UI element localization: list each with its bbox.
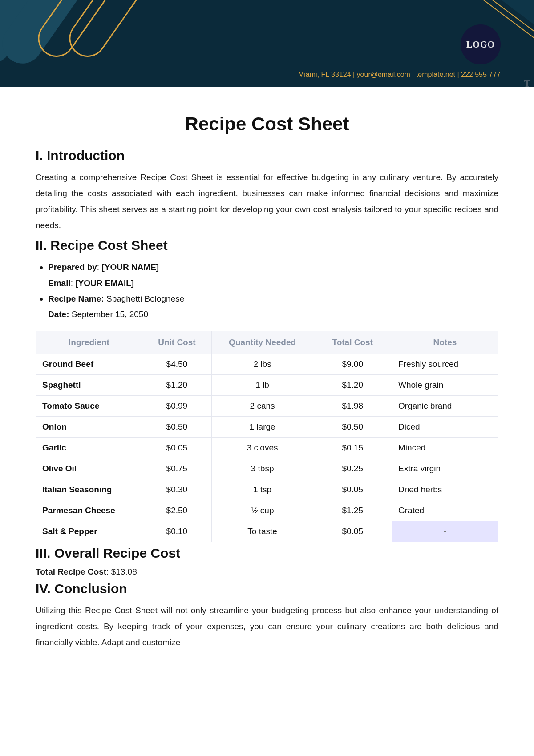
section-heading-conclusion: IV. Conclusion xyxy=(36,581,498,596)
table-row: Tomato Sauce$0.992 cans$1.98Organic bran… xyxy=(36,395,498,416)
th-ingredient: Ingredient xyxy=(36,331,142,354)
cell-quantity: 2 lbs xyxy=(211,354,313,374)
cell-total-cost: $1.25 xyxy=(313,500,392,521)
cell-unit-cost: $2.50 xyxy=(142,500,211,521)
logo: LOGO xyxy=(461,24,501,64)
table-row: Italian Seasoning$0.301 tsp$0.05Dried he… xyxy=(36,479,498,500)
cell-notes: Extra virgin xyxy=(392,458,498,479)
document-body: Recipe Cost Sheet I. Introduction Creati… xyxy=(0,87,534,668)
cell-notes: Freshly sourced xyxy=(392,354,498,374)
cell-quantity: To taste xyxy=(211,521,313,542)
date-label: Date: xyxy=(48,310,69,319)
total-value: $13.08 xyxy=(111,567,137,576)
th-unit-cost: Unit Cost xyxy=(142,331,211,354)
cell-ingredient: Salt & Pepper xyxy=(36,521,142,542)
th-quantity: Quantity Needed xyxy=(211,331,313,354)
email-label: Email xyxy=(48,278,71,288)
table-row: Salt & Pepper$0.10To taste$0.05- xyxy=(36,521,498,542)
prepared-by-label: Prepared by xyxy=(48,262,97,272)
cell-total-cost: $0.15 xyxy=(313,437,392,458)
cell-unit-cost: $0.99 xyxy=(142,395,211,416)
cell-ingredient: Olive Oil xyxy=(36,458,142,479)
cell-ingredient: Garlic xyxy=(36,437,142,458)
cell-ingredient: Spaghetti xyxy=(36,374,142,395)
cell-unit-cost: $0.05 xyxy=(142,437,211,458)
header-decoration-left xyxy=(0,0,187,87)
cost-table: Ingredient Unit Cost Quantity Needed Tot… xyxy=(36,331,498,542)
section-heading-overall: III. Overall Recipe Cost xyxy=(36,546,498,561)
cell-quantity: 2 cans xyxy=(211,395,313,416)
cell-total-cost: $1.20 xyxy=(313,374,392,395)
cell-unit-cost: $0.75 xyxy=(142,458,211,479)
cell-quantity: 1 large xyxy=(211,416,313,437)
total-line: Total Recipe Cost: $13.08 xyxy=(36,567,498,577)
cell-notes: Grated xyxy=(392,500,498,521)
table-row: Olive Oil$0.753 tbsp$0.25Extra virgin xyxy=(36,458,498,479)
document-header: LOGO Miami, FL 33124 | your@email.com | … xyxy=(0,0,534,87)
corner-mark: T xyxy=(524,78,530,87)
cell-unit-cost: $1.20 xyxy=(142,374,211,395)
meta-item-recipe: Recipe Name: Spaghetti Bolognese Date: S… xyxy=(48,291,498,322)
cell-ingredient: Ground Beef xyxy=(36,354,142,374)
table-row: Garlic$0.053 cloves$0.15Minced xyxy=(36,437,498,458)
logo-text: LOGO xyxy=(466,40,495,50)
cell-notes: Diced xyxy=(392,416,498,437)
svg-rect-4 xyxy=(63,0,150,63)
th-notes: Notes xyxy=(392,331,498,354)
table-row: Spaghetti$1.201 lb$1.20Whole grain xyxy=(36,374,498,395)
cell-total-cost: $0.05 xyxy=(313,521,392,542)
cell-ingredient: Italian Seasoning xyxy=(36,479,142,500)
meta-list: Prepared by: [YOUR NAME] Email: [YOUR EM… xyxy=(36,259,498,322)
cell-total-cost: $0.05 xyxy=(313,479,392,500)
table-header-row: Ingredient Unit Cost Quantity Needed Tot… xyxy=(36,331,498,354)
section-heading-intro: I. Introduction xyxy=(36,148,498,163)
cell-total-cost: $0.25 xyxy=(313,458,392,479)
page-title: Recipe Cost Sheet xyxy=(36,113,498,135)
cell-notes: - xyxy=(392,521,498,542)
cell-quantity: 3 cloves xyxy=(211,437,313,458)
cell-quantity: 3 tbsp xyxy=(211,458,313,479)
cell-notes: Whole grain xyxy=(392,374,498,395)
total-label: Total Recipe Cost xyxy=(36,567,106,576)
cell-ingredient: Tomato Sauce xyxy=(36,395,142,416)
table-row: Ground Beef$4.502 lbs$9.00Freshly source… xyxy=(36,354,498,374)
cell-total-cost: $1.98 xyxy=(313,395,392,416)
th-total-cost: Total Cost xyxy=(313,331,392,354)
date-value: September 15, 2050 xyxy=(72,310,148,319)
contact-line: Miami, FL 33124 | your@email.com | templ… xyxy=(298,71,501,79)
prepared-by-value: [YOUR NAME] xyxy=(101,262,159,272)
cell-unit-cost: $0.30 xyxy=(142,479,211,500)
cell-notes: Organic brand xyxy=(392,395,498,416)
section-heading-sheet: II. Recipe Cost Sheet xyxy=(36,238,498,253)
recipe-name-value: Spaghetti Bolognese xyxy=(106,294,184,303)
cell-unit-cost: $0.10 xyxy=(142,521,211,542)
meta-item-prepared: Prepared by: [YOUR NAME] Email: [YOUR EM… xyxy=(48,259,498,290)
conclusion-paragraph: Utilizing this Recipe Cost Sheet will no… xyxy=(36,603,498,651)
email-value: [YOUR EMAIL] xyxy=(75,278,134,288)
cell-unit-cost: $4.50 xyxy=(142,354,211,374)
cell-total-cost: $0.50 xyxy=(313,416,392,437)
cell-quantity: ½ cup xyxy=(211,500,313,521)
table-row: Onion$0.501 large$0.50Diced xyxy=(36,416,498,437)
cell-unit-cost: $0.50 xyxy=(142,416,211,437)
cell-total-cost: $9.00 xyxy=(313,354,392,374)
intro-paragraph: Creating a comprehensive Recipe Cost She… xyxy=(36,169,498,233)
cell-notes: Dried herbs xyxy=(392,479,498,500)
cell-notes: Minced xyxy=(392,437,498,458)
recipe-name-label: Recipe Name: xyxy=(48,294,104,303)
table-row: Parmesan Cheese$2.50½ cup$1.25Grated xyxy=(36,500,498,521)
cell-ingredient: Onion xyxy=(36,416,142,437)
cell-quantity: 1 lb xyxy=(211,374,313,395)
cell-ingredient: Parmesan Cheese xyxy=(36,500,142,521)
cell-quantity: 1 tsp xyxy=(211,479,313,500)
